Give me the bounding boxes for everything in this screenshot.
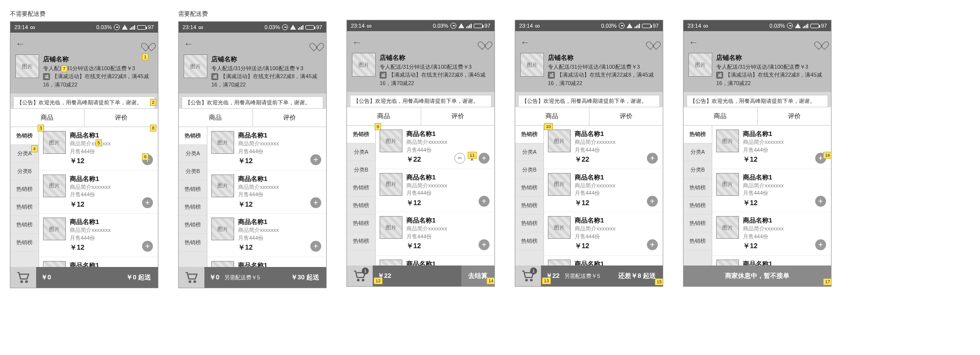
category-item[interactable]: 热销榜 — [515, 179, 543, 197]
category-item[interactable]: 分类B — [347, 161, 375, 179]
add-button[interactable]: + — [647, 239, 658, 250]
category-item[interactable]: 热销榜 — [684, 126, 712, 143]
tab-goods[interactable]: 商品 — [179, 109, 253, 127]
category-item[interactable]: 热销榜 — [10, 127, 39, 145]
back-icon[interactable]: ← — [15, 38, 25, 49]
product-row[interactable]: 图片商品名称1商品简介xxxxxxx月售444份￥12+ — [712, 169, 831, 213]
category-item[interactable]: 热销榜 — [684, 197, 712, 215]
category-item[interactable]: 热销榜 — [684, 232, 712, 250]
phone-frame: 23:140.03%97←图片店铺名称专人配送/31分钟送达/满100配送费￥3… — [683, 20, 832, 287]
product-row[interactable]: 图片商品名称1商品简介xxxxxxx月售444份￥12+ — [712, 126, 831, 169]
tab-reviews[interactable]: 评价 — [253, 109, 327, 127]
product-row[interactable]: 图片商品名称1商品简介xxxxxxx月售444份￥12+ — [207, 214, 326, 257]
add-button[interactable]: + — [647, 196, 658, 207]
favorite-icon[interactable] — [312, 40, 321, 47]
category-item[interactable]: 热销榜 — [515, 126, 543, 143]
category-item[interactable]: 热销榜 — [347, 215, 375, 232]
product-row[interactable]: 图片商品名称1商品简介xxxxxxx月售444份￥12+ — [207, 257, 326, 267]
category-item[interactable]: 热销榜 — [515, 232, 543, 250]
tab-reviews[interactable]: 评价 — [589, 107, 663, 125]
category-item[interactable]: 热销榜 — [684, 215, 712, 232]
category-item[interactable]: 热销榜 — [179, 216, 207, 234]
tab-goods[interactable]: 商品 — [347, 107, 421, 125]
cart-icon[interactable] — [10, 267, 36, 288]
tab-reviews[interactable]: 评价 — [85, 109, 158, 127]
cart-icon[interactable]: 1 — [515, 266, 541, 286]
cart-icon[interactable] — [179, 267, 204, 288]
product-row[interactable]: 图片商品名称1商品简介xxxxxxx月售444份￥12+ — [376, 256, 494, 266]
product-row[interactable]: 图片商品名称1商品简介xxxxxxx月售444份￥12+ — [712, 256, 831, 266]
product-row[interactable]: 图片商品名称1商品简介xxxxxxx月售444份￥12+ — [207, 127, 326, 171]
add-button[interactable]: + — [310, 154, 321, 165]
product-row[interactable]: 图片商品名称1商品简介xxxxxxx月售444份￥12+ — [39, 257, 158, 267]
category-item[interactable]: 分类B — [179, 163, 207, 180]
category-item[interactable]: 热销榜 — [179, 198, 207, 216]
product-row[interactable]: 图片商品名称1商品简介xxxxxxx月售444份￥12+ — [712, 212, 831, 256]
category-item[interactable]: 热销榜 — [10, 234, 39, 252]
category-item[interactable]: 分类B — [684, 161, 712, 179]
tab-reviews[interactable]: 评价 — [758, 107, 832, 125]
cart-action[interactable]: ￥30 起送 — [284, 267, 326, 288]
add-button[interactable]: + — [310, 197, 321, 208]
cart-action[interactable]: ￥0 起送 — [119, 267, 158, 288]
add-button[interactable]: + — [647, 153, 658, 164]
cart-bar[interactable]: 1￥22另需配送费￥5还差￥8 起送 — [515, 266, 663, 286]
product-row[interactable]: 图片商品名称1商品简介xxxxxxx月售444份￥12+ — [376, 212, 494, 256]
category-item[interactable]: 分类B — [10, 163, 39, 180]
category-item[interactable]: 热销榜 — [10, 180, 39, 198]
back-icon[interactable]: ← — [520, 37, 530, 48]
product-row[interactable]: 图片商品名称1商品简介xxxxxxx月售444份￥12+ — [207, 171, 326, 214]
add-button[interactable]: + — [142, 241, 153, 252]
favorite-icon[interactable] — [649, 38, 658, 46]
category-item[interactable]: 分类A — [179, 145, 207, 163]
cart-bar[interactable]: ￥0￥0 起送 — [10, 267, 158, 288]
category-item[interactable]: 热销榜 — [347, 232, 375, 250]
product-thumbnail: 图片 — [211, 175, 234, 197]
category-item[interactable]: 热销榜 — [347, 179, 375, 197]
cart-icon[interactable]: 1 — [347, 266, 373, 286]
category-item[interactable]: 热销榜 — [347, 197, 375, 215]
product-row[interactable]: 图片商品名称1商品简介xxxxxxx月售444份￥12+ — [544, 169, 663, 213]
category-item[interactable]: 热销榜 — [10, 216, 39, 234]
add-button[interactable]: + — [815, 239, 826, 250]
category-item[interactable]: 热销榜 — [684, 179, 712, 197]
add-button[interactable]: + — [479, 196, 490, 207]
cart-bar[interactable]: ￥0另需配送费￥5￥30 起送 — [179, 267, 326, 288]
product-row[interactable]: 图片商品名称1商品简介xxxxxxx月售444份￥12+ — [39, 127, 158, 171]
category-item[interactable]: 分类A — [515, 143, 543, 161]
favorite-icon[interactable] — [481, 38, 490, 46]
category-item[interactable]: 热销榜 — [347, 126, 375, 143]
product-row[interactable]: 图片商品名称1商品简介xxxxxxx月售444份￥22−1+ — [376, 126, 494, 169]
back-icon[interactable]: ← — [184, 38, 194, 49]
category-item[interactable]: 分类B — [515, 161, 543, 179]
add-button[interactable]: + — [815, 196, 826, 207]
minus-button[interactable]: − — [454, 153, 465, 164]
add-button[interactable]: + — [310, 241, 321, 252]
category-item[interactable]: 热销榜 — [10, 198, 39, 216]
category-item[interactable]: 热销榜 — [179, 234, 207, 252]
tab-goods[interactable]: 商品 — [515, 107, 589, 125]
tab-goods[interactable]: 商品 — [10, 109, 85, 127]
category-item[interactable]: 热销榜 — [179, 127, 207, 145]
product-row[interactable]: 图片商品名称1商品简介xxxxxxx月售444份￥12+ — [39, 214, 158, 257]
product-row[interactable]: 图片商品名称1商品简介xxxxxxx月售444份￥22+ — [544, 126, 663, 169]
back-icon[interactable]: ← — [352, 37, 362, 48]
product-row[interactable]: 图片商品名称1商品简介xxxxxxx月售444份￥12+ — [544, 256, 663, 266]
category-item[interactable]: 热销榜 — [515, 215, 543, 232]
add-button[interactable]: + — [142, 197, 153, 208]
category-item[interactable]: 热销榜 — [515, 197, 543, 215]
cart-bar[interactable]: 1￥22去结算 — [347, 266, 494, 286]
add-button[interactable]: + — [479, 239, 490, 250]
category-item[interactable]: 热销榜 — [179, 180, 207, 198]
category-item[interactable]: 分类A — [684, 143, 712, 161]
product-row[interactable]: 图片商品名称1商品简介xxxxxxx月售444份￥12+ — [376, 169, 494, 213]
plus-button[interactable]: + — [479, 153, 490, 164]
favorite-icon[interactable] — [817, 38, 826, 46]
product-row[interactable]: 图片商品名称1商品简介xxxxxxx月售444份￥12+ — [544, 212, 663, 256]
tab-reviews[interactable]: 评价 — [421, 107, 495, 125]
product-row[interactable]: 图片商品名称1商品简介xxxxxxx月售444份￥12+ — [39, 171, 158, 214]
category-item[interactable]: 分类A — [347, 143, 375, 161]
back-icon[interactable]: ← — [688, 37, 698, 48]
favorite-icon[interactable] — [144, 40, 153, 47]
tab-goods[interactable]: 商品 — [684, 107, 758, 125]
